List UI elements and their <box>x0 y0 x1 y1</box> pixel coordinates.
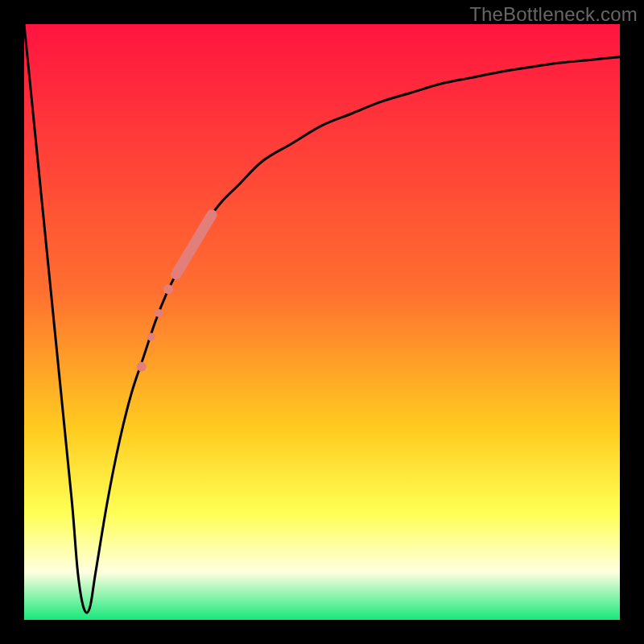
gradient-background <box>24 24 620 620</box>
chart-frame: TheBottleneck.com <box>0 0 644 644</box>
chart-svg <box>24 24 620 620</box>
dot-1 <box>163 284 173 294</box>
dot-2 <box>155 309 163 317</box>
watermark-text: TheBottleneck.com <box>469 3 638 26</box>
dot-4 <box>137 362 147 372</box>
plot-area <box>24 24 620 620</box>
dot-3 <box>147 333 155 341</box>
